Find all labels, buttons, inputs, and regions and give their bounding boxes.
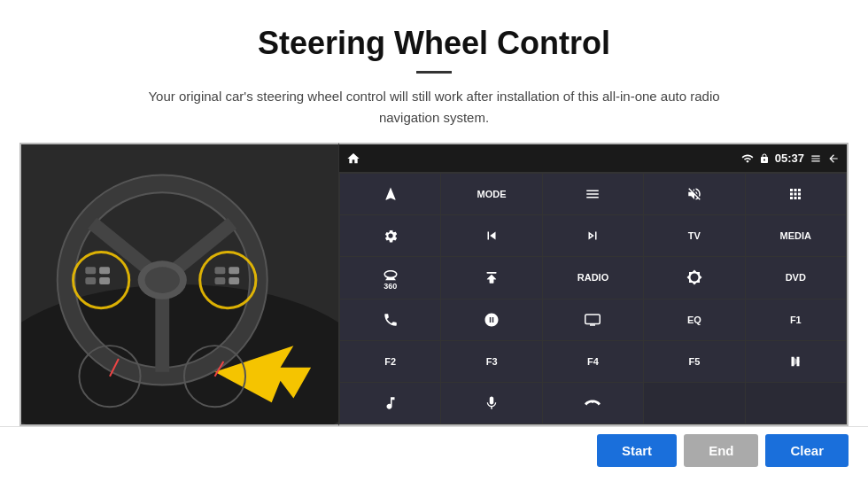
- svg-rect-16: [215, 277, 226, 284]
- panel-topbar: 05:37: [339, 144, 847, 173]
- grid-f5[interactable]: F5: [644, 341, 744, 382]
- grid-screen[interactable]: [543, 299, 643, 340]
- grid-eject[interactable]: [441, 257, 541, 298]
- window-icon: [810, 152, 822, 165]
- grid-empty-2: [746, 383, 846, 424]
- grid-empty-1: [644, 383, 744, 424]
- topbar-left: [346, 152, 360, 166]
- grid-f1[interactable]: F1: [746, 299, 846, 340]
- grid-radio[interactable]: RADIO: [543, 257, 643, 298]
- end-button[interactable]: End: [684, 434, 758, 467]
- bottom-bar: Start End Clear: [0, 426, 868, 474]
- content-row: 05:37 MODE: [0, 143, 868, 426]
- grid-phone[interactable]: [340, 299, 440, 340]
- svg-rect-12: [99, 267, 110, 274]
- grid-rewind[interactable]: [441, 215, 541, 256]
- grid-f2[interactable]: F2: [340, 341, 440, 382]
- grid-settings[interactable]: [340, 215, 440, 256]
- grid-360[interactable]: 360: [340, 257, 440, 298]
- grid-list[interactable]: [543, 174, 643, 214]
- grid-dvd[interactable]: DVD: [746, 257, 846, 298]
- grid-callend[interactable]: [543, 383, 643, 424]
- clear-button[interactable]: Clear: [765, 434, 849, 467]
- grid-brightness[interactable]: [644, 257, 744, 298]
- grid-apps[interactable]: [746, 174, 846, 214]
- svg-rect-24: [585, 315, 601, 324]
- header-section: Steering Wheel Control Your original car…: [0, 0, 868, 143]
- grid-forward[interactable]: [543, 215, 643, 256]
- svg-point-8: [145, 267, 181, 293]
- grid-tv[interactable]: TV: [644, 215, 744, 256]
- topbar-time: 05:37: [775, 152, 804, 165]
- grid-media[interactable]: MEDIA: [746, 215, 846, 256]
- title-divider: [416, 71, 452, 74]
- grid-navigate[interactable]: [340, 174, 440, 214]
- control-panel: 05:37 MODE: [338, 143, 849, 426]
- svg-rect-15: [215, 267, 226, 274]
- page-title: Steering Wheel Control: [35, 25, 833, 62]
- panel-grid: MODE: [339, 173, 847, 424]
- topbar-right: 05:37: [741, 152, 840, 165]
- grid-music[interactable]: [340, 383, 440, 424]
- grid-mic[interactable]: [441, 383, 541, 424]
- grid-mute[interactable]: [644, 174, 744, 214]
- back-icon: [827, 152, 840, 165]
- grid-swipe[interactable]: [441, 299, 541, 340]
- grid-f4[interactable]: F4: [543, 341, 643, 382]
- svg-rect-13: [99, 277, 110, 284]
- grid-playpause[interactable]: [746, 341, 846, 382]
- grid-eq[interactable]: EQ: [644, 299, 744, 340]
- grid-f3[interactable]: F3: [441, 341, 541, 382]
- svg-rect-10: [85, 267, 96, 274]
- svg-rect-11: [85, 277, 96, 284]
- grid-mode[interactable]: MODE: [441, 174, 541, 214]
- svg-rect-18: [229, 277, 239, 284]
- start-button[interactable]: Start: [597, 434, 677, 467]
- subtitle-text: Your original car's steering wheel contr…: [124, 86, 744, 128]
- svg-rect-17: [229, 267, 239, 274]
- steering-wheel-image: [19, 143, 338, 426]
- lock-icon: [759, 152, 770, 165]
- home-icon: [346, 152, 360, 166]
- page-container: Steering Wheel Control Your original car…: [0, 0, 868, 474]
- wifi-icon: [741, 152, 754, 165]
